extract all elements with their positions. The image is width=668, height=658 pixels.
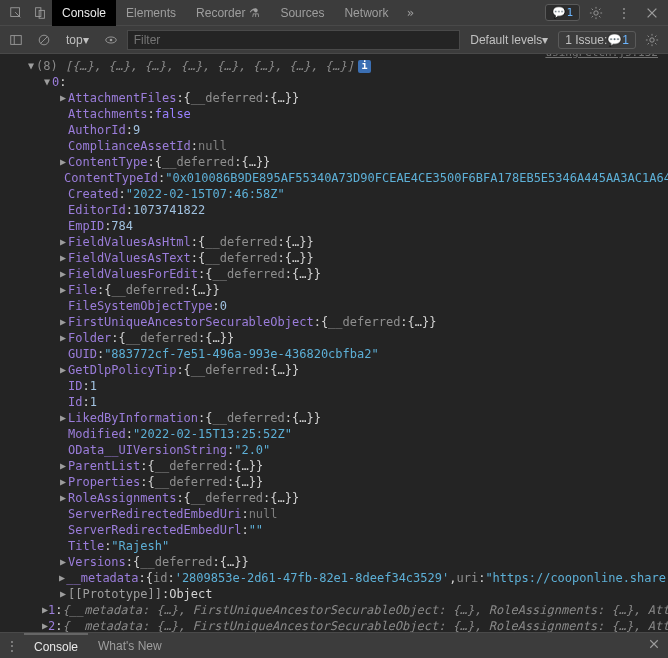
svg-point-9 (109, 38, 112, 41)
object-property[interactable]: Attachments: false (2, 106, 666, 122)
expand-arrow[interactable] (58, 154, 68, 170)
prototype-row[interactable]: [[Prototype]]: Object (2, 586, 666, 602)
object-property[interactable]: GUID: "883772cf-7e51-496a-993e-436820cbf… (2, 346, 666, 362)
clear-console-icon[interactable] (32, 28, 56, 52)
drawer-close-icon[interactable] (640, 638, 668, 653)
expand-arrow[interactable] (58, 266, 68, 282)
expand-arrow[interactable] (58, 458, 68, 474)
object-property[interactable]: ServerRedirectedEmbedUrl: "" (2, 522, 666, 538)
expand-arrow[interactable] (58, 362, 68, 378)
svg-line-7 (41, 36, 48, 43)
expand-arrow[interactable] (42, 74, 52, 90)
expand-arrow[interactable] (58, 282, 68, 298)
issues-button[interactable]: 1 Issue: 💬 1 (558, 31, 636, 49)
expand-arrow[interactable] (58, 90, 68, 106)
live-expression-icon[interactable] (99, 28, 123, 52)
expand-arrow[interactable] (58, 410, 68, 426)
object-property[interactable]: Properties: {__deferred: {…}} (2, 474, 666, 490)
kebab-icon[interactable]: ⋮ (612, 1, 636, 25)
object-property[interactable]: FieldValuesAsText: {__deferred: {…}} (2, 250, 666, 266)
drawer-tabs: ⋮ Console What's New (0, 632, 668, 658)
expand-arrow[interactable] (58, 314, 68, 330)
object-property[interactable]: Created: "2022-02-15T07:46:58Z" (2, 186, 666, 202)
device-icon[interactable] (28, 1, 52, 25)
expand-arrow[interactable] (58, 250, 68, 266)
array-index-0[interactable]: 0: (2, 74, 666, 90)
expand-arrow[interactable] (58, 330, 68, 346)
object-property[interactable]: OData__UIVersionString: "2.0" (2, 442, 666, 458)
object-property[interactable]: EditorId: 1073741822 (2, 202, 666, 218)
object-property[interactable]: Modified: "2022-02-15T13:25:52Z" (2, 426, 666, 442)
prop-metadata[interactable]: __metadata: {id: '2809853e-2d61-47fb-82e… (2, 570, 666, 586)
object-property[interactable]: FieldValuesAsHtml: {__deferred: {…}} (2, 234, 666, 250)
filter-input[interactable] (127, 30, 461, 50)
tab-console[interactable]: Console (52, 0, 116, 26)
inspect-icon[interactable] (4, 1, 28, 25)
messages-badge[interactable]: 💬 1 (545, 4, 580, 21)
svg-rect-1 (36, 7, 41, 16)
object-property[interactable]: FieldValuesForEdit: {__deferred: {…}} (2, 266, 666, 282)
panel-tabs: Console Elements Recorder⚗ Sources Netwo… (52, 0, 545, 26)
tabs-overflow-icon[interactable]: » (398, 1, 422, 25)
expand-arrow[interactable] (58, 490, 68, 506)
object-property[interactable]: AttachmentFiles: {__deferred: {…}} (2, 90, 666, 106)
toolbar-right: 💬 1 ⋮ (545, 1, 664, 25)
tab-elements[interactable]: Elements (116, 0, 186, 26)
gear-icon[interactable] (584, 1, 608, 25)
beta-icon: ⚗ (249, 6, 260, 20)
tab-network[interactable]: Network (334, 0, 398, 26)
sidebar-toggle-icon[interactable] (4, 28, 28, 52)
console-output: usingFetch.js:132 (8) [{…}, {…}, {…}, {…… (0, 54, 668, 632)
object-property[interactable]: ContentType: {__deferred: {…}} (2, 154, 666, 170)
drawer-tab-whatsnew[interactable]: What's New (88, 633, 172, 659)
object-property[interactable]: AuthorId: 9 (2, 122, 666, 138)
object-property[interactable]: GetDlpPolicyTip: {__deferred: {…}} (2, 362, 666, 378)
tab-recorder[interactable]: Recorder⚗ (186, 0, 270, 26)
object-property[interactable]: ContentTypeId: "0x010086B9DE895AF55340A7… (2, 170, 666, 186)
object-property[interactable]: ParentList: {__deferred: {…}} (2, 458, 666, 474)
console-settings-icon[interactable] (640, 28, 664, 52)
object-property[interactable]: EmpID: 784 (2, 218, 666, 234)
devtools-toolbar: Console Elements Recorder⚗ Sources Netwo… (0, 0, 668, 26)
svg-point-10 (650, 37, 654, 41)
object-property[interactable]: RoleAssignments: {__deferred: {…}} (2, 490, 666, 506)
expand-arrow[interactable] (58, 554, 68, 570)
svg-rect-4 (11, 35, 22, 44)
array-header[interactable]: (8) [{…}, {…}, {…}, {…}, {…}, {…}, {…}, … (2, 58, 545, 74)
context-dropdown[interactable]: top ▾ (60, 31, 95, 49)
expand-arrow[interactable] (26, 58, 36, 74)
tab-sources[interactable]: Sources (270, 0, 334, 26)
drawer-tab-console[interactable]: Console (24, 633, 88, 659)
expand-arrow[interactable] (58, 586, 68, 602)
svg-point-3 (594, 10, 598, 14)
object-property[interactable]: ServerRedirectedEmbedUri: null (2, 506, 666, 522)
object-property[interactable]: FileSystemObjectType: 0 (2, 298, 666, 314)
object-property[interactable]: File: {__deferred: {…}} (2, 282, 666, 298)
object-property[interactable]: Id: 1 (2, 394, 666, 410)
close-icon[interactable] (640, 1, 664, 25)
array-index[interactable]: 1: {__metadata: {…}, FirstUniqueAncestor… (2, 602, 666, 618)
levels-dropdown[interactable]: Default levels ▾ (464, 31, 554, 49)
console-toolbar: top ▾ Default levels ▾ 1 Issue: 💬 1 (0, 26, 668, 54)
object-property[interactable]: Versions: {__deferred: {…}} (2, 554, 666, 570)
kebab-icon[interactable]: ⋮ (0, 634, 24, 658)
array-index[interactable]: 2: {__metadata: {…}, FirstUniqueAncestor… (2, 618, 666, 632)
object-property[interactable]: ComplianceAssetId: null (2, 138, 666, 154)
source-link[interactable]: usingFetch.js:132 (545, 54, 658, 61)
object-property[interactable]: Title: "Rajesh" (2, 538, 666, 554)
info-icon[interactable]: i (358, 60, 371, 73)
object-property[interactable]: Folder: {__deferred: {…}} (2, 330, 666, 346)
svg-rect-2 (39, 10, 44, 18)
expand-arrow[interactable] (58, 570, 66, 586)
object-property[interactable]: ID: 1 (2, 378, 666, 394)
object-property[interactable]: LikedByInformation: {__deferred: {…}} (2, 410, 666, 426)
object-property[interactable]: FirstUniqueAncestorSecurableObject: {__d… (2, 314, 666, 330)
expand-arrow[interactable] (58, 474, 68, 490)
expand-arrow[interactable] (58, 234, 68, 250)
